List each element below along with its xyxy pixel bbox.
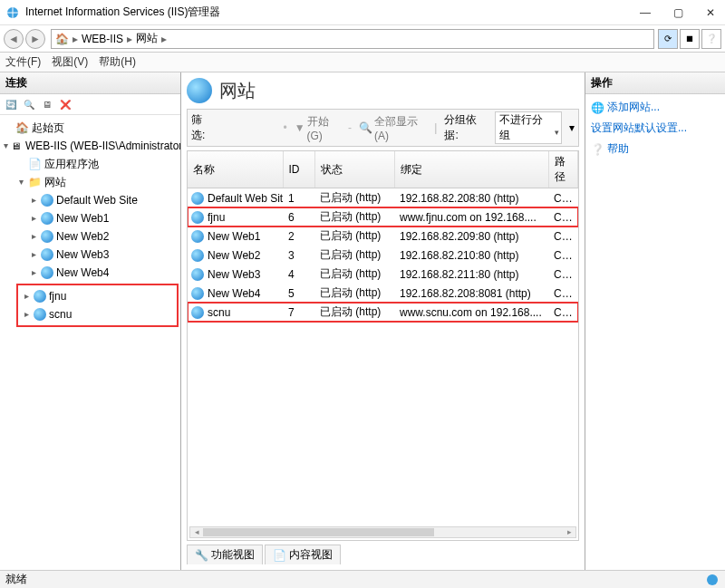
table-row[interactable]: fjnu6已启动 (http)www.fjnu.com on 192.168..… — [188, 207, 578, 227]
tree-sites-node[interactable]: ▾📁 网站 — [16, 173, 179, 191]
tree-site-item[interactable]: ▸New Web2 — [29, 227, 179, 246]
tree-site-item[interactable]: ▸Default Web Site — [29, 191, 179, 209]
globe-icon — [41, 194, 53, 207]
addr-btn-refresh[interactable]: ⟳ — [658, 29, 678, 49]
site-icon — [191, 249, 204, 262]
conn-tb-search-icon[interactable]: 🔍 — [22, 97, 36, 111]
globe-icon: 🌐 — [591, 101, 604, 114]
col-name[interactable]: 名称 — [188, 151, 283, 188]
menu-help[interactable]: 帮助(H) — [99, 54, 136, 70]
globe-icon — [41, 248, 53, 261]
action-site-defaults[interactable]: 设置网站默认设置... — [591, 120, 720, 136]
address-bar: ◄ ► 🏠 ▸ WEB-IIS ▸ 网站 ▸ ⟳ ⏹ ❔ — [0, 25, 725, 53]
conn-tb-refresh-icon[interactable]: 🔄 — [4, 97, 18, 111]
site-icon — [191, 230, 204, 243]
center-panel: 网站 筛选: • ▼开始(G) - 🔍全部显示(A) | 分组依据: 不进行分组… — [181, 72, 585, 570]
horizontal-scrollbar[interactable]: ◂▸ — [189, 526, 576, 538]
action-help[interactable]: ❔帮助 — [591, 141, 720, 157]
back-button[interactable]: ◄ — [4, 29, 24, 49]
tree-app-pool[interactable]: 📄 应用程序池 — [16, 155, 179, 173]
action-add-site[interactable]: 🌐添加网站... — [591, 100, 720, 115]
filter-input[interactable] — [221, 121, 276, 134]
filter-bar: 筛选: • ▼开始(G) - 🔍全部显示(A) | 分组依据: 不进行分组 ▾ — [187, 109, 579, 147]
groupby-select[interactable]: 不进行分组 — [495, 111, 562, 144]
globe-icon — [41, 230, 53, 243]
tree-site-item[interactable]: ▸fjnu — [22, 287, 173, 305]
filter-showall-button[interactable]: 🔍全部显示(A) — [359, 114, 427, 142]
actions-panel: 操作 🌐添加网站... 设置网站默认设置... ❔帮助 — [585, 72, 725, 570]
globe-icon — [41, 266, 53, 279]
minimize-button[interactable]: — — [636, 6, 654, 19]
site-icon — [191, 268, 204, 281]
tab-content-view[interactable]: 📄内容视图 — [265, 545, 341, 564]
breadcrumb[interactable]: 🏠 ▸ WEB-IIS ▸ 网站 ▸ — [51, 29, 654, 49]
site-icon — [191, 211, 204, 224]
window-title: Internet Information Services (IIS)管理器 — [25, 5, 636, 20]
close-button[interactable]: ✕ — [701, 6, 720, 19]
tree-highlight-box: ▸fjnu▸scnu — [16, 284, 179, 327]
col-id[interactable]: ID — [283, 151, 314, 188]
tree-start-page[interactable]: 🏠 起始页 — [4, 119, 179, 137]
table-row[interactable]: Default Web Site1已启动 (http)192.168.82.20… — [188, 188, 578, 208]
forward-button[interactable]: ► — [25, 29, 45, 49]
col-state[interactable]: 状态 — [314, 151, 394, 188]
tree-server-node[interactable]: ▾ WEB-IIS (WEB-IIS\Administrator) — [4, 137, 179, 155]
tree-site-item[interactable]: ▸New Web1 — [29, 209, 179, 227]
filter-start-button[interactable]: ▼开始(G) — [295, 114, 341, 142]
server-icon — [11, 138, 23, 154]
addr-btn-stop[interactable]: ⏹ — [680, 29, 700, 49]
sites-header-icon — [187, 78, 212, 103]
tab-features-view[interactable]: 🔧功能视图 — [187, 545, 263, 564]
col-binding[interactable]: 绑定 — [394, 151, 548, 188]
status-text: 就绪 — [5, 572, 27, 587]
globe-icon — [41, 212, 53, 225]
col-path[interactable]: 路径 — [548, 151, 578, 188]
maximize-button[interactable]: ▢ — [669, 6, 687, 19]
status-bar: 就绪 — [0, 570, 725, 588]
table-row[interactable]: New Web34已启动 (http)192.168.82.211:80 (ht… — [188, 265, 578, 284]
help-icon: ❔ — [591, 143, 604, 156]
conn-tb-server-icon[interactable]: 🖥 — [40, 97, 54, 111]
svg-point-1 — [707, 574, 718, 585]
menu-view[interactable]: 视图(V) — [52, 54, 88, 70]
connections-title: 连接 — [0, 72, 180, 94]
tree-site-item[interactable]: ▸New Web4 — [29, 264, 179, 282]
table-row[interactable]: New Web23已启动 (http)192.168.82.210:80 (ht… — [188, 246, 578, 265]
globe-icon — [34, 290, 46, 303]
title-bar: Internet Information Services (IIS)管理器 —… — [0, 0, 725, 25]
filter-label: 筛选: — [191, 112, 214, 143]
site-icon — [191, 192, 204, 205]
table-row[interactable]: New Web12已启动 (http)192.168.82.209:80 (ht… — [188, 227, 578, 246]
conn-tb-delete-icon[interactable]: ❌ — [58, 97, 72, 111]
actions-title: 操作 — [585, 72, 725, 94]
home-icon: 🏠 — [55, 33, 69, 45]
app-pool-icon: 📄 — [28, 156, 42, 172]
breadcrumb-seg2[interactable]: 网站 — [136, 31, 158, 46]
globe-icon — [34, 308, 46, 321]
home-icon: 🏠 — [15, 120, 29, 136]
groupby-label: 分组依据: — [444, 112, 488, 143]
site-icon — [191, 306, 204, 319]
addr-btn-help[interactable]: ❔ — [701, 29, 721, 49]
connections-tree: 🏠 起始页 ▾ WEB-IIS (WEB-IIS\Administrator) … — [0, 115, 180, 570]
view-tabs: 🔧功能视图 📄内容视图 — [187, 545, 579, 564]
page-title: 网站 — [219, 79, 256, 103]
sites-grid: 名称 ID 状态 绑定 路径 Default Web Site1已启动 (htt… — [187, 150, 579, 541]
connections-toolbar: 🔄 🔍 🖥 ❌ — [0, 94, 180, 115]
site-icon — [191, 287, 204, 300]
tree-site-item[interactable]: ▸New Web3 — [29, 246, 179, 264]
menu-bar: 文件(F) 视图(V) 帮助(H) — [0, 53, 725, 72]
app-icon — [5, 5, 20, 20]
status-icon — [705, 573, 720, 587]
tree-site-item[interactable]: ▸scnu — [22, 305, 173, 323]
connections-panel: 连接 🔄 🔍 🖥 ❌ 🏠 起始页 ▾ WEB-IIS (WEB-IIS\Admi… — [0, 72, 181, 570]
breadcrumb-seg1[interactable]: WEB-IIS — [82, 33, 123, 45]
folder-icon: 📁 — [28, 174, 42, 190]
menu-file[interactable]: 文件(F) — [5, 54, 41, 70]
table-row[interactable]: scnu7已启动 (http)www.scnu.com on 192.168..… — [188, 303, 578, 322]
table-row[interactable]: New Web45已启动 (http)192.168.82.208:8081 (… — [188, 284, 578, 303]
